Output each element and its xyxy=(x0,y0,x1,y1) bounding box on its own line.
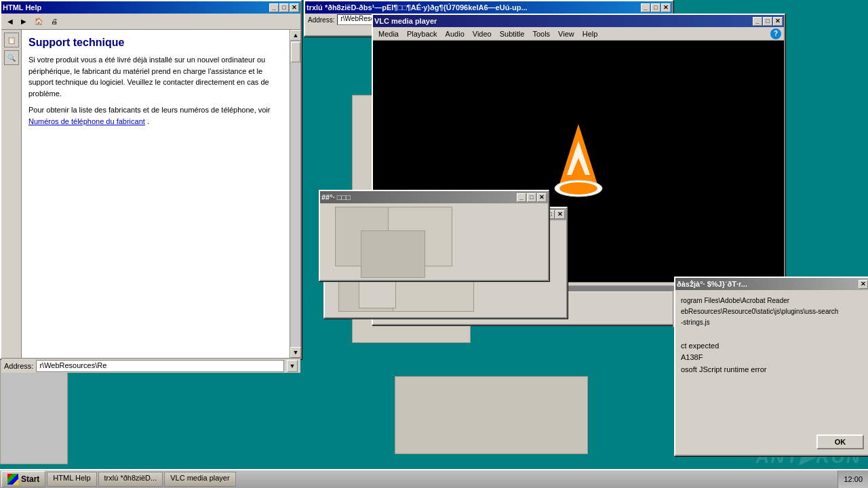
gw1-minimize[interactable]: _ xyxy=(517,193,526,202)
error-title-buttons[interactable]: ✕ xyxy=(859,280,868,289)
scroll-thumb[interactable] xyxy=(291,42,300,62)
help-address-bar: Address: r\WebResources\Re ▼ xyxy=(1,358,300,373)
vlc-restore-btn[interactable]: □ xyxy=(763,17,772,26)
tray-time: 12:00 xyxy=(844,475,863,483)
error-msg3: osoft JScript runtime error xyxy=(681,364,864,376)
start-label: Start xyxy=(21,474,39,484)
html-help-nav: 📋 🔍 xyxy=(1,30,22,358)
browser-restore-btn[interactable]: □ xyxy=(651,3,660,12)
menu-audio[interactable]: Audio xyxy=(441,28,469,40)
vlc-menubar: Media Playback Audio Video Subtitle Tool… xyxy=(373,27,784,41)
vlc-title-bar: VLC media player _ □ ✕ xyxy=(373,15,784,27)
vlc-close-btn[interactable]: ✕ xyxy=(773,17,783,26)
error-content: rogram Files\Adobe\Acrobat Reader ebReso… xyxy=(675,290,868,381)
help-paragraph2: Pour obtenir la liste des fabricants et … xyxy=(28,104,283,127)
menu-video[interactable]: Video xyxy=(469,28,496,40)
vlc-title-text: VLC media player xyxy=(374,17,753,25)
menu-view[interactable]: View xyxy=(554,28,578,40)
garbled-win1-body xyxy=(320,203,548,280)
html-help-close-btn[interactable]: ✕ xyxy=(290,3,299,12)
error-buttons[interactable]: OK xyxy=(816,434,864,449)
help-link-suffix: . xyxy=(147,117,149,125)
gw1-restore[interactable]: □ xyxy=(527,193,536,202)
taskbar-area: HTML Help trxlú *ðh8ziëD... VLC media pl… xyxy=(45,470,837,488)
garbled-win1-buttons[interactable]: _ □ ✕ xyxy=(517,193,547,202)
menu-media[interactable]: Media xyxy=(374,28,403,40)
help-back-btn[interactable]: ◀ xyxy=(4,15,16,28)
html-help-content: Support technique Si votre produit vous … xyxy=(22,30,290,358)
scroll-down-btn[interactable]: ▼ xyxy=(290,347,301,358)
help-home-btn[interactable]: 🏠 xyxy=(31,15,46,28)
start-button[interactable]: Start xyxy=(1,471,45,487)
taskbar-btn-3[interactable]: VLC media player xyxy=(164,472,235,487)
browser-minimize-btn[interactable]: _ xyxy=(641,3,650,12)
address-scroll-btn[interactable]: ▼ xyxy=(287,360,298,372)
ok-button[interactable]: OK xyxy=(816,434,864,449)
html-help-body: 📋 🔍 Support technique Si votre produit v… xyxy=(1,30,300,358)
help-forward-btn[interactable]: ▶ xyxy=(18,15,30,28)
svg-point-4 xyxy=(559,182,597,195)
error-path2: ebResources\Resource0\static\js\plugins\… xyxy=(681,306,864,317)
html-help-title-text: HTML Help xyxy=(3,3,269,12)
garbled-window-1[interactable]: ##°· □□□ _ □ ✕ xyxy=(319,190,549,281)
address-label: Address: xyxy=(308,16,334,24)
vlc-minimize-btn[interactable]: _ xyxy=(753,17,762,26)
bottom-panel xyxy=(395,376,588,454)
gw2-close[interactable]: ✕ xyxy=(555,210,565,219)
taskbar-btn-2[interactable]: trxlú *ðh8ziëD... xyxy=(98,472,163,487)
help-link[interactable]: Numéros de téléphone du fabricant xyxy=(28,117,145,125)
vlc-cone-icon xyxy=(548,121,609,202)
gw1-close[interactable]: ✕ xyxy=(537,193,547,202)
browser-close-btn[interactable]: ✕ xyxy=(661,3,671,12)
nav-icon-1[interactable]: 📋 xyxy=(4,33,19,47)
menu-subtitle[interactable]: Subtitle xyxy=(496,28,529,40)
error-path3: -strings.js xyxy=(681,317,864,328)
html-help-window[interactable]: HTML Help _ □ ✕ ◀ ▶ 🏠 🖨 📋 🔍 Support tech… xyxy=(0,0,302,359)
taskbar-tray: 12:00 xyxy=(837,470,868,488)
html-help-title-bar: HTML Help _ □ ✕ xyxy=(1,1,300,14)
taskbar-btn-1[interactable]: HTML Help xyxy=(47,472,96,487)
help-paragraph1: Si votre produit vous a été livré déjà i… xyxy=(28,54,283,99)
error-msg2: A138F xyxy=(681,352,864,364)
scroll-up-btn[interactable]: ▲ xyxy=(290,30,301,41)
menu-help[interactable]: Help xyxy=(578,28,602,40)
windows-logo-icon xyxy=(7,474,18,485)
menu-tools[interactable]: Tools xyxy=(528,28,554,40)
html-help-restore-btn[interactable]: □ xyxy=(279,3,289,12)
help-print-btn[interactable]: 🖨 xyxy=(47,15,61,28)
nav-icon-2[interactable]: 🔍 xyxy=(4,50,19,65)
error-close-btn[interactable]: ✕ xyxy=(859,280,868,289)
error-path1: rogram Files\Adobe\Acrobat Reader xyxy=(681,296,864,306)
help-title: Support technique xyxy=(28,37,283,49)
address-input[interactable]: r\WebResources\Re xyxy=(36,360,284,372)
html-help-title-buttons[interactable]: _ □ ✕ xyxy=(269,3,299,12)
garbled-win1-title-bar: ##°· □□□ _ □ ✕ xyxy=(320,191,548,203)
scroll-track xyxy=(290,41,300,347)
error-title-bar: ðàsẑjà°· $%J}´ðT·r... ✕ xyxy=(675,278,868,290)
html-help-toolbar: ◀ ▶ 🏠 🖨 xyxy=(1,14,300,30)
error-title-text: ðàsẑjà°· $%J}´ðT·r... xyxy=(677,280,859,289)
error-dialog[interactable]: ðàsẑjà°· $%J}´ðT·r... ✕ rogram Files\Ado… xyxy=(674,277,868,456)
help-para2-text: Pour obtenir la liste des fabricants et … xyxy=(28,106,270,114)
html-help-minimize-btn[interactable]: _ xyxy=(269,3,279,12)
browser-title-text: trxlú *ðh8ziëD-ðbs¹—pEl¶□□¶AÉ·y)ðg¶{Ú709… xyxy=(307,3,641,12)
garbled-win1-title: ##°· □□□ xyxy=(321,193,517,201)
browser-title-bar: trxlú *ðh8ziëD-ðbs¹—pEl¶□□¶AÉ·y)ðg¶{Ú709… xyxy=(305,1,672,14)
vlc-title-buttons[interactable]: _ □ ✕ xyxy=(753,17,783,26)
taskbar[interactable]: Start HTML Help trxlú *ðh8ziëD... VLC me… xyxy=(0,469,868,488)
address-label: Address: xyxy=(4,362,33,370)
help-scrollbar[interactable]: ▲ ▼ xyxy=(290,30,300,358)
browser-title-buttons[interactable]: _ □ ✕ xyxy=(641,3,671,12)
error-msg1: ct expected xyxy=(681,340,864,352)
inner-panel-3 xyxy=(361,230,425,278)
menu-playback[interactable]: Playback xyxy=(403,28,441,40)
vlc-help-icon[interactable]: ? xyxy=(769,28,783,40)
